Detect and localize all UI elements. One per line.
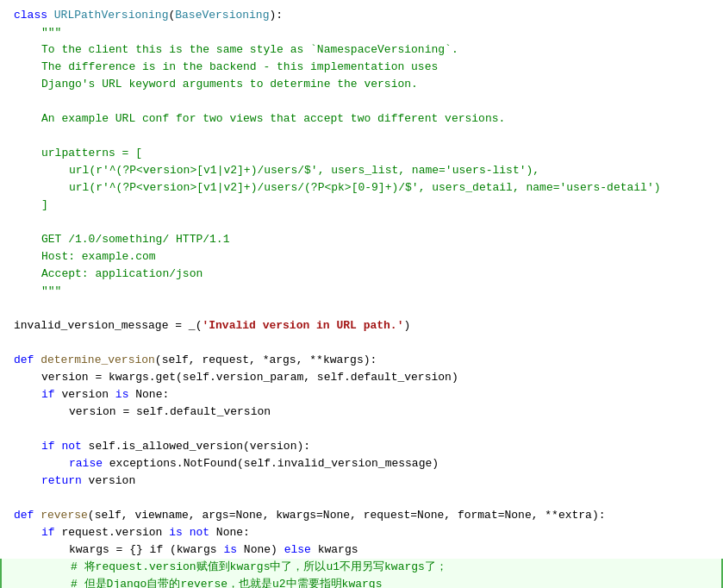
- code-line: # 将request.version赋值到kwargs中了，所以u1不用另写kw…: [0, 559, 723, 576]
- code-line: [0, 300, 723, 317]
- code-line: [0, 490, 723, 507]
- code-line: def reverse(self, viewname, args=None, k…: [0, 507, 723, 524]
- code-line: def determine_version(self, request, *ar…: [0, 352, 723, 369]
- code-line: [0, 421, 723, 438]
- code-line: [0, 335, 723, 352]
- code-line: """: [0, 283, 723, 300]
- code-line: The difference is in the backend - this …: [0, 59, 723, 76]
- code-line: [0, 214, 723, 231]
- code-line: version = kwargs.get(self.version_param,…: [0, 369, 723, 386]
- code-line: urlpatterns = [: [0, 145, 723, 162]
- code-line: [0, 93, 723, 110]
- code-line: [0, 128, 723, 145]
- code-line: GET /1.0/something/ HTTP/1.1: [0, 231, 723, 248]
- code-line: version = self.default_version: [0, 403, 723, 421]
- code-line: class URLPathVersioning(BaseVersioning):: [0, 7, 723, 24]
- code-line: url(r'^(?P<version>[v1|v2]+)/users/$', u…: [0, 162, 723, 179]
- code-line: """: [0, 24, 723, 41]
- code-line: return version: [0, 472, 723, 490]
- code-line: kwargs = {} if (kwargs is None) else kwa…: [0, 541, 723, 559]
- code-line: url(r'^(?P<version>[v1|v2]+)/users/(?P<p…: [0, 179, 723, 197]
- code-line: An example URL conf for two views that a…: [0, 110, 723, 128]
- code-line: ]: [0, 197, 723, 214]
- code-line: Accept: application/json: [0, 266, 723, 283]
- code-line: Host: example.com: [0, 248, 723, 266]
- code-line: invalid_version_message = _('Invalid ver…: [0, 317, 723, 335]
- code-line: # 但是Django自带的reverse，也就是u2中需要指明kwargs: [0, 576, 723, 588]
- code-line: if not self.is_allowed_version(version):: [0, 438, 723, 455]
- code-container: class URLPathVersioning(BaseVersioning):…: [0, 0, 723, 588]
- code-line: To the client this is the same style as …: [0, 41, 723, 59]
- code-line: raise exceptions.NotFound(self.invalid_v…: [0, 455, 723, 472]
- code-line: if request.version is not None:: [0, 524, 723, 541]
- code-line: Django's URL keyword arguments to determ…: [0, 76, 723, 93]
- code-line: if version is None:: [0, 386, 723, 403]
